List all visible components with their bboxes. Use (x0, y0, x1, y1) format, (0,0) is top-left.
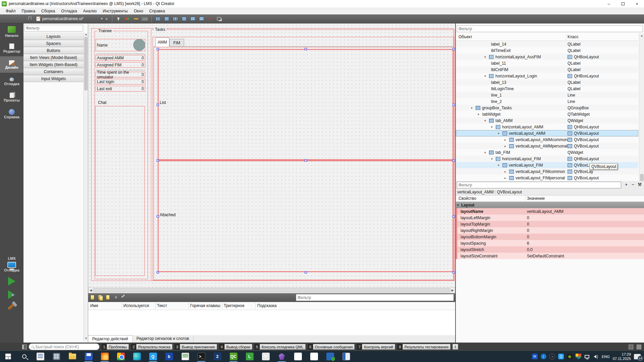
object-tree-row[interactable]: horizontalLayout_AssFIM QHBoxLayout (456, 54, 638, 60)
qt-creator-icon[interactable]: QC (225, 351, 241, 362)
selection-handle[interactable] (452, 48, 455, 50)
close-button[interactable]: × (630, 0, 644, 7)
object-tree-row[interactable]: label_14 QLabel (456, 41, 638, 47)
output-pane-button[interactable]: 4 Вывод сборки (219, 344, 252, 350)
output-pane-button[interactable]: 7 Контроль версий (357, 344, 395, 350)
edit-widgets-button[interactable] (115, 15, 122, 22)
form-editor-canvas[interactable]: Trainee Name Assigned AMM 0 Assigned FIM… (88, 23, 455, 287)
column-class[interactable]: Класс (568, 35, 579, 39)
selection-handle[interactable] (157, 215, 159, 218)
clock[interactable]: 17:29 07.11.2025 (613, 352, 631, 361)
selected-layout-list[interactable] (158, 49, 453, 160)
kit-selector-icon[interactable] (7, 262, 16, 268)
widget-category-header[interactable]: ▾ Layouts (23, 33, 84, 40)
tree-expand-icon[interactable] (504, 170, 509, 173)
column-name[interactable]: Имя (90, 303, 98, 308)
cmd-icon[interactable]: >_ (193, 351, 209, 362)
taskbar-search-icon[interactable] (16, 351, 32, 362)
selection-handle[interactable] (157, 104, 159, 106)
q-tray-icon[interactable]: Q (558, 354, 564, 359)
property-value[interactable]: 0 (527, 222, 529, 227)
column-text[interactable]: Текст (157, 303, 167, 308)
paste-action-button[interactable] (105, 295, 112, 301)
tab-action-editor[interactable]: Редактор действий (88, 335, 132, 343)
column-property[interactable]: Свойство (459, 196, 476, 201)
q-app-icon[interactable]: Q (145, 351, 161, 362)
maximize-button[interactable] (616, 0, 630, 7)
output-pane-button[interactable]: 8 Результаты тестирования (397, 344, 450, 350)
property-row[interactable]: layoutSizeConstraint SetDefaultConstrain… (456, 253, 644, 259)
layout-splitter-v-button[interactable] (180, 15, 188, 22)
object-tree-scrollbar[interactable]: ▲ ▼ (639, 34, 644, 203)
close-document-button[interactable]: × (103, 16, 110, 21)
pane-spinner-button[interactable]: ▲▼ (452, 344, 458, 350)
selection-handle[interactable] (452, 104, 455, 106)
object-tree-row[interactable]: horizontalLayout_Login QHBoxLayout (456, 73, 638, 79)
file-explorer-icon[interactable] (64, 351, 80, 362)
mode-button[interactable]: Справка (0, 106, 23, 122)
tree-expand-icon[interactable] (484, 55, 489, 59)
scroll-down-icon[interactable]: ▼ (84, 337, 88, 340)
edit-tab-order-button[interactable]: 123 (141, 15, 149, 22)
assigned-fim-row[interactable]: Assigned FIM 0 (96, 62, 145, 68)
object-tree-row[interactable]: tab_AMM QWidget (456, 117, 638, 124)
widget-category-header[interactable]: ▾ Buttons (23, 47, 84, 54)
menu-item[interactable]: Инструменты (100, 8, 131, 14)
property-value[interactable]: 0,0 (527, 247, 533, 252)
selected-layout-attached[interactable] (158, 160, 453, 272)
tree-expand-icon[interactable] (484, 74, 489, 78)
property-row[interactable]: layoutLeftMargin 0 (456, 215, 644, 221)
object-tree-row[interactable]: lblTimeExit QLabel (456, 47, 638, 54)
panel-icon[interactable] (637, 345, 641, 349)
tree-expand-icon[interactable] (498, 164, 502, 167)
column-tooltip[interactable]: Подсказка (257, 303, 277, 308)
floppy-app-icon[interactable] (80, 351, 97, 362)
security-shield-icon[interactable] (576, 354, 581, 359)
selection-handle[interactable] (305, 159, 307, 162)
sidebar-toggle-icon[interactable] (22, 345, 27, 349)
mode-button[interactable]: Дизайн (0, 56, 23, 73)
property-filter-input[interactable] (457, 182, 621, 188)
new-action-button[interactable] (90, 295, 96, 301)
output-pane-button[interactable]: 5 Консоль отладчика QML (255, 344, 306, 350)
last-login-row[interactable]: Last login 0 (96, 79, 145, 84)
add-property-button[interactable]: + (623, 182, 629, 188)
scroll-up-icon[interactable]: ▲ (639, 34, 644, 37)
property-value[interactable]: 0 (527, 228, 529, 233)
fork-app-icon[interactable]: Y (258, 351, 274, 362)
widget-category-header[interactable]: ▾ Containers (23, 68, 84, 75)
selection-handle[interactable] (157, 271, 159, 274)
property-value[interactable]: SetDefaultConstraint (527, 254, 564, 258)
property-value[interactable]: verticalLayout_AMM (527, 209, 564, 214)
mode-button[interactable]: Редактор (0, 40, 23, 56)
start-icon[interactable] (0, 351, 16, 362)
sticky-notes-icon[interactable] (32, 351, 48, 362)
action-filter-input[interactable] (296, 294, 454, 301)
tree-expand-icon[interactable] (484, 151, 489, 154)
menu-item[interactable]: Анализ (80, 8, 100, 14)
chrome-icon[interactable] (113, 351, 129, 362)
menu-item[interactable]: Окно (131, 8, 146, 14)
last-exit-row[interactable]: Last exit 0 (96, 86, 145, 92)
property-group-layout[interactable]: ▾ Layout (456, 202, 644, 208)
bluetooth-icon[interactable]: ᛒ (541, 354, 546, 359)
menu-item[interactable]: Отладка (58, 8, 80, 14)
output-pane-button[interactable]: 3 Вывод приложения (175, 344, 217, 350)
selection-handle[interactable] (157, 159, 159, 162)
scroll-left-icon[interactable]: ◀ (90, 289, 92, 292)
selection-handle[interactable] (305, 48, 307, 50)
widgetbox-scrollbar[interactable]: ▲ ▼ (84, 33, 88, 341)
edit-signals-slots-button[interactable] (124, 15, 131, 22)
tree-expand-icon[interactable] (504, 138, 509, 141)
column-checkable[interactable]: Триггерное (224, 303, 245, 308)
object-tree-row[interactable]: horizontalLayout_AMM QHBoxLayout (456, 124, 638, 130)
object-tree-row[interactable]: lblCntFIM QLabel (456, 66, 638, 73)
tree-expand-icon[interactable] (504, 176, 509, 180)
column-used[interactable]: Используется (123, 303, 149, 308)
time-simulator-row[interactable]: Time spent on the simulator 0 (96, 72, 145, 77)
tree-expand-icon[interactable] (471, 106, 476, 110)
tree-expand-icon[interactable] (484, 119, 489, 122)
layout-grid-button[interactable] (198, 15, 205, 22)
notifications-icon[interactable]: 14 (634, 354, 641, 359)
property-row[interactable]: layoutSpacing 6 (456, 240, 644, 246)
